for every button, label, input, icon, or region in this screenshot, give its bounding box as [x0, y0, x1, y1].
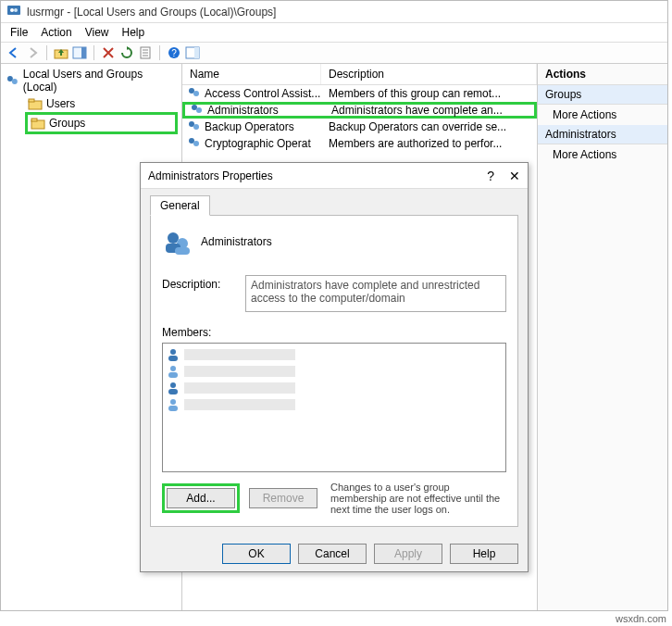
user-icon [166, 347, 180, 362]
app-icon [6, 3, 21, 20]
tree-item-label: Users [46, 97, 75, 110]
svg-point-2 [14, 8, 18, 12]
member-item[interactable] [166, 346, 503, 363]
list-row[interactable]: AdministratorsAdministrators have comple… [182, 102, 537, 119]
row-desc: Backup Operators can override se... [329, 120, 533, 133]
description-label: Description: [162, 275, 236, 312]
svg-point-1 [10, 8, 14, 12]
tree-item-label: Groups [49, 117, 85, 130]
mmc-window: lusrmgr - [Local Users and Groups (Local… [0, 0, 668, 611]
group-icon [162, 227, 192, 257]
svg-point-27 [193, 141, 199, 146]
ok-button[interactable]: OK [222, 544, 291, 564]
list-row[interactable]: Access Control Assist...Members of this … [182, 85, 537, 102]
window-title: lusrmgr - [Local Users and Groups (Local… [27, 6, 276, 19]
user-icon [166, 397, 180, 412]
description-input[interactable]: Administrators have complete and unrestr… [245, 275, 506, 312]
help-button[interactable]: Help [450, 544, 518, 564]
row-name: Access Control Assist... [205, 87, 329, 100]
members-list[interactable] [162, 343, 506, 472]
svg-rect-33 [168, 356, 178, 361]
tree-item-groups[interactable]: Groups [25, 112, 178, 134]
member-item[interactable] [166, 380, 503, 396]
dialog-titlebar: Administrators Properties ? ✕ [141, 163, 528, 189]
svg-point-23 [196, 107, 202, 113]
row-name: Backup Operators [205, 120, 329, 133]
svg-point-36 [170, 382, 176, 388]
row-desc: Members are authorized to perfor... [329, 137, 533, 150]
user-icon [166, 364, 180, 379]
delete-icon[interactable] [101, 45, 116, 60]
svg-rect-13 [194, 47, 199, 58]
actions-heading: Actions [538, 64, 667, 85]
svg-point-22 [192, 105, 197, 110]
svg-point-20 [189, 88, 194, 94]
separator [159, 45, 160, 60]
mmc-body: Local Users and Groups (Local) Users Gro… [1, 64, 667, 610]
back-icon[interactable] [6, 45, 21, 60]
menu-file[interactable]: File [10, 26, 28, 39]
actions-more-1[interactable]: More Actions [538, 105, 667, 125]
tab-general[interactable]: General [150, 195, 210, 216]
up-folder-icon[interactable] [54, 45, 68, 60]
actions-more-2[interactable]: More Actions [538, 144, 667, 165]
dialog-footer: OK Cancel Apply Help [141, 536, 528, 571]
add-button[interactable]: Add... [167, 488, 235, 508]
svg-rect-19 [31, 119, 37, 121]
properties-pane-icon[interactable] [72, 45, 87, 60]
col-header-name[interactable]: Name [182, 64, 321, 84]
member-item[interactable] [166, 363, 503, 380]
export-list-icon[interactable] [138, 45, 153, 60]
separator [46, 45, 47, 60]
svg-point-25 [193, 124, 199, 130]
refresh-icon[interactable] [119, 45, 134, 60]
dialog-title: Administrators Properties [148, 169, 273, 182]
group-row-icon [186, 135, 201, 153]
svg-point-14 [7, 76, 13, 81]
apply-button: Apply [374, 544, 442, 564]
action-pane-toggle-icon[interactable] [185, 45, 200, 60]
svg-point-15 [12, 79, 18, 84]
row-desc: Members of this group can remot... [329, 87, 533, 100]
group-row-icon [186, 119, 201, 136]
col-header-desc[interactable]: Description [321, 64, 537, 84]
separator [93, 45, 94, 60]
user-icon [166, 381, 180, 395]
svg-point-32 [170, 349, 176, 355]
group-row-icon [186, 85, 201, 103]
dialog-close-icon[interactable]: ✕ [509, 169, 520, 183]
remove-button: Remove [249, 488, 317, 508]
menu-action[interactable]: Action [41, 26, 71, 39]
tree-root-label: Local Users and Groups (Local) [23, 68, 178, 94]
menu-view[interactable]: View [85, 26, 109, 39]
group-row-icon [189, 102, 204, 119]
toolbar: ? [1, 43, 667, 64]
actions-pane: Actions Groups More Actions Administrato… [538, 64, 667, 610]
list-row[interactable]: Backup OperatorsBackup Operators can ove… [182, 119, 537, 135]
svg-point-28 [168, 232, 179, 244]
list-row[interactable]: Cryptographic OperatMembers are authoriz… [182, 135, 537, 152]
tree-root[interactable]: Local Users and Groups (Local) [5, 68, 178, 94]
list-header: Name Description [182, 64, 537, 85]
svg-point-26 [189, 138, 194, 144]
row-name: Administrators [207, 104, 331, 117]
tab-panel: Administrators Description: Administrato… [150, 216, 518, 527]
menu-help[interactable]: Help [122, 26, 145, 39]
row-name: Cryptographic Operat [205, 137, 329, 150]
folder-icon [31, 116, 45, 131]
cancel-button[interactable]: Cancel [298, 544, 367, 564]
titlebar: lusrmgr - [Local Users and Groups (Local… [1, 1, 667, 23]
svg-rect-5 [81, 47, 86, 58]
member-item[interactable] [166, 396, 503, 413]
dialog-help-icon[interactable]: ? [487, 169, 494, 183]
help-icon[interactable]: ? [167, 45, 181, 60]
svg-text:?: ? [171, 48, 177, 58]
svg-rect-35 [168, 372, 178, 378]
tree-item-users[interactable]: Users [25, 95, 178, 112]
members-label: Members: [162, 323, 236, 339]
actions-context-admins: Administrators [538, 125, 667, 144]
svg-point-24 [189, 121, 194, 127]
row-desc: Administrators have complete an... [331, 104, 530, 117]
folder-icon [28, 96, 43, 111]
users-groups-icon [5, 73, 19, 88]
